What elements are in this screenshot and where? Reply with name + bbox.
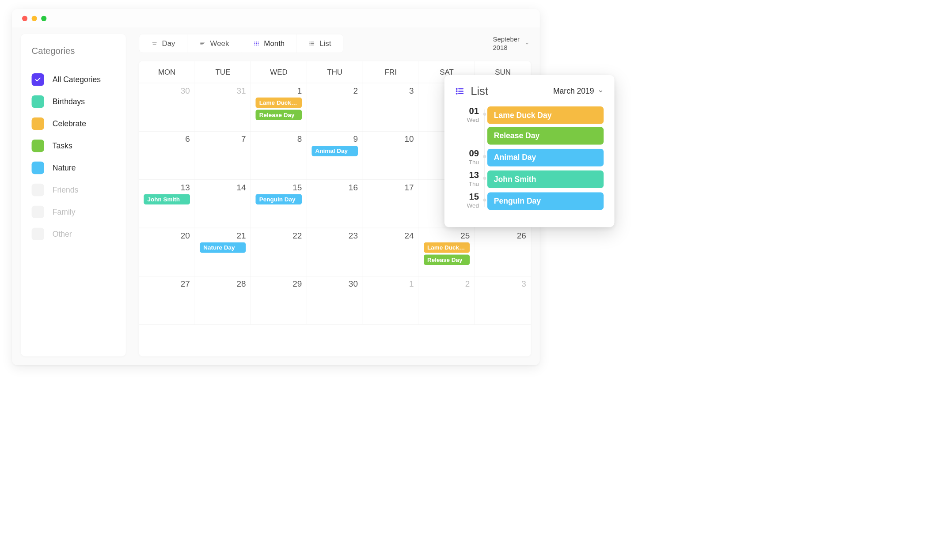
category-label: Celebrate [53,119,86,129]
calendar-cell[interactable]: 20 [139,228,195,276]
category-item[interactable]: Tasks [32,135,115,157]
list-popup-title: List [471,85,488,98]
day-number: 22 [256,231,302,241]
category-color-box [32,206,44,218]
category-label: All Categories [53,75,101,84]
calendar-cell[interactable]: 2 [419,276,475,325]
svg-point-23 [456,88,457,89]
list-event-pill[interactable]: Release Day [487,127,604,145]
calendar-cell[interactable]: 16 [307,180,363,228]
calendar-cell[interactable]: 24 [363,228,419,276]
calendar-cell[interactable]: 15Penguin Day [251,180,307,228]
day-number: 1 [368,279,414,289]
calendar-cell[interactable]: 2 [307,83,363,131]
list-item-date: 01Wed [455,106,479,123]
list-popup-month-label: March 2019 [553,87,594,96]
category-item[interactable]: Family [32,201,115,223]
category-item[interactable]: Other [32,223,115,245]
svg-point-25 [456,93,457,94]
category-item[interactable]: Nature [32,157,115,179]
day-number: 26 [480,231,526,241]
calendar-cell[interactable]: 6 [139,132,195,180]
list-item-weekday: Thu [455,181,479,188]
calendar-day-header: WED [251,61,307,83]
list-popup-month-selector[interactable]: March 2019 [553,87,604,96]
day-number: 16 [311,183,357,193]
view-tab-week[interactable]: Week [187,34,241,53]
event-pill[interactable]: Lame Duck Day [424,242,470,253]
view-tab-label: Day [162,39,175,48]
day-number: 29 [256,279,302,289]
event-pill[interactable]: Release Day [256,110,302,120]
calendar-cell[interactable]: 17 [363,180,419,228]
timeline-dot [483,155,486,158]
svg-point-18 [310,43,310,44]
svg-point-7 [258,42,258,42]
list-event-pill[interactable]: Penguin Day [487,192,604,210]
calendar-cell[interactable]: 31 [195,83,251,131]
calendar-cell[interactable]: 28 [195,276,251,325]
svg-point-24 [456,91,457,91]
month-selector[interactable]: Septeber 2018 [493,35,531,52]
chevron-down-icon [524,41,530,46]
month-icon [254,40,260,46]
category-color-box [32,117,44,130]
calendar-cell[interactable]: 30 [139,83,195,131]
calendar-cell[interactable]: 26 [475,228,531,276]
list-event-pill[interactable]: John Smith [487,170,604,188]
list-item-date: 13Thu [455,170,479,187]
window-maximize-button[interactable] [41,15,46,21]
list-item-day-number: 15 [455,192,479,201]
calendar-cell[interactable]: 7 [195,132,251,180]
view-tab-month[interactable]: Month [241,34,297,53]
day-number: 24 [368,231,414,241]
list-item: 15WedPenguin Day [487,192,604,210]
check-icon [34,76,41,83]
event-pill[interactable]: John Smith [144,194,190,204]
day-number: 27 [144,279,190,289]
calendar-cell[interactable]: 14 [195,180,251,228]
list-event-pill[interactable]: Animal Day [487,149,604,166]
event-pill[interactable]: Penguin Day [256,194,302,204]
day-number: 8 [256,134,302,144]
calendar-cell[interactable]: 21Nature Day [195,228,251,276]
calendar-cell[interactable]: 1Lame Duck DayRelease Day [251,83,307,131]
svg-point-17 [310,42,310,42]
day-number: 31 [200,86,246,96]
calendar-cell[interactable]: 25Lame Duck DayRelease Day [419,228,475,276]
week-icon [200,40,206,46]
calendar-cell[interactable]: 9Animal Day [307,132,363,180]
list-item-day-number: 09 [455,149,479,158]
svg-point-13 [258,45,258,45]
calendar-cell[interactable]: 29 [251,276,307,325]
calendar-day-header: FRI [363,61,419,83]
calendar-cell[interactable]: 1 [363,276,419,325]
event-pill[interactable]: Lame Duck Day [256,98,302,108]
view-tab-day[interactable]: Day [139,34,187,53]
calendar-cell[interactable]: 10 [363,132,419,180]
list-event-pill[interactable]: Lame Duck Day [487,106,604,124]
svg-point-19 [310,45,310,45]
calendar-cell[interactable]: 3 [475,276,531,325]
view-tab-list[interactable]: List [297,34,343,53]
event-pill[interactable]: Nature Day [200,242,246,253]
calendar-cell[interactable]: 27 [139,276,195,325]
event-pill[interactable]: Release Day [424,254,470,265]
category-color-box [32,140,44,152]
calendar-cell[interactable]: 13John Smith [139,180,195,228]
sidebar-title: Categories [32,46,115,56]
category-item[interactable]: Friends [32,179,115,201]
calendar-cell[interactable]: 22 [251,228,307,276]
calendar-cell[interactable]: 3 [363,83,419,131]
window-close-button[interactable] [22,15,27,21]
day-number: 15 [256,183,302,193]
category-item[interactable]: All Categories [32,68,115,91]
calendar-cell[interactable]: 23 [307,228,363,276]
window-minimize-button[interactable] [32,15,37,21]
category-label: Nature [53,163,76,173]
category-item[interactable]: Celebrate [32,113,115,135]
calendar-cell[interactable]: 8 [251,132,307,180]
calendar-cell[interactable]: 30 [307,276,363,325]
event-pill[interactable]: Animal Day [311,146,357,156]
category-item[interactable]: Birthdays [32,91,115,113]
